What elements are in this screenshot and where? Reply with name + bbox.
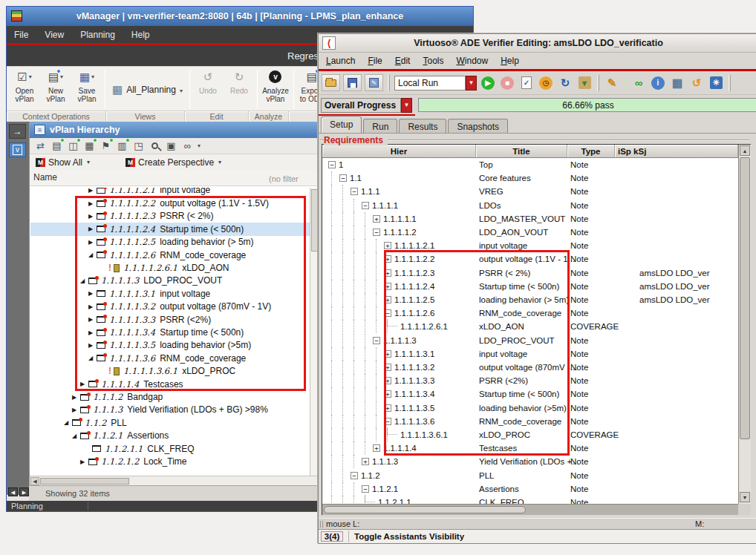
tab-run[interactable]: Run	[363, 119, 397, 134]
table-row[interactable]: +1.1.1.1.2.1input voltageNote	[322, 239, 738, 252]
spreadsheet-icon[interactable]: ▦	[669, 75, 685, 91]
expand-arrow-icon[interactable]: ▶	[88, 316, 97, 323]
table-row[interactable]: −1TopNote	[322, 158, 738, 171]
collapse-box-icon[interactable]: −	[362, 202, 369, 209]
expand-arrow-icon[interactable]: ▶	[88, 290, 97, 297]
tree-row[interactable]: ▶1.1.2.1.2Lock_Time	[30, 455, 310, 468]
save-vplan-button[interactable]: ▦▾ Save vPlan	[71, 68, 102, 111]
open-vplan-button[interactable]: ☑▾ Open vPlan	[9, 68, 40, 111]
tree-row[interactable]: ▶1.1.1.1.3.5loading behavior (>5m)	[30, 338, 310, 352]
menu-help[interactable]: Help	[501, 56, 519, 66]
tree-row[interactable]: ▶1.1.1.1.2.3PSRR (< 2%)	[30, 209, 310, 223]
table-header-row[interactable]: Hier Title Type iSp kSj	[322, 145, 738, 158]
table-row[interactable]: +1.1.1.3Yield Verifiation (LDOs +...Note	[322, 455, 738, 468]
tree-row[interactable]: ◢1.1.1.1.3.6RNM_code_coverage	[30, 352, 310, 365]
table-row[interactable]: +1.1.1.1.3.3PSRR (<2%)Note	[322, 374, 738, 387]
chevron-down-icon[interactable]: ▾	[60, 73, 63, 80]
tree-row[interactable]: ▶1.1.1.1.4Testcases	[30, 378, 310, 391]
expand-arrow-icon[interactable]: ▶	[72, 394, 80, 401]
scroll-down-arrow[interactable]: ▼	[740, 492, 750, 502]
table-row[interactable]: −1.1.1.1.2LDO_AON_VOUTNote	[322, 226, 738, 239]
collapse-box-icon[interactable]: −	[351, 472, 358, 479]
undo-button[interactable]: ↺ Undo	[192, 68, 224, 111]
table-row[interactable]: 1.1.2.1.1CLK_FREQNote	[322, 496, 738, 504]
expand-box-icon[interactable]: +	[384, 283, 391, 290]
table-row[interactable]: −1.1.1.1.3.6RNM_code_coverageNote	[322, 415, 738, 428]
menu-window[interactable]: Window	[456, 56, 488, 66]
search-icon[interactable]	[149, 139, 161, 152]
tree-row[interactable]: ▶1.1.1.1.3.3PSRR (<2%)	[30, 313, 310, 326]
tree-row[interactable]: ▶1.1.1.3Yield Verifiation (LDOs + BG) >9…	[30, 403, 310, 416]
collapse-box-icon[interactable]: −	[373, 229, 380, 236]
collapse-arrow-icon[interactable]: ◢	[88, 355, 97, 361]
tab-results[interactable]: Results	[399, 119, 446, 134]
link-assistant-icon[interactable]: ∞	[630, 75, 647, 91]
expand-box-icon[interactable]: +	[384, 296, 391, 303]
expand-arrow-icon[interactable]: ▶	[80, 459, 88, 465]
tree-row[interactable]: ▶1.1.1.1.2.4Startup time (< 500n)	[30, 223, 310, 236]
expand-arrow-icon[interactable]: ▶	[88, 213, 97, 220]
expand-arrow-icon[interactable]: ▶	[72, 407, 80, 413]
new-flag-icon[interactable]: ⚑	[100, 139, 112, 152]
planning-tab-label[interactable]: Planning	[11, 502, 43, 510]
table-row[interactable]: 1.1.1.1.2.6.1xLDO_AONCOVERAGE	[322, 320, 738, 333]
tree-row[interactable]: 1.1.2.1.1CLK_FREQ	[30, 442, 310, 456]
link-icon[interactable]: ∞	[181, 139, 194, 152]
tree-row[interactable]: ▶1.1.1.1.2.1input voltage	[30, 188, 310, 197]
tab-setup[interactable]: Setup	[321, 116, 362, 134]
column-header-hier[interactable]: Hier	[322, 145, 476, 157]
collapse-box-icon[interactable]: −	[351, 188, 358, 195]
expand-box-icon[interactable]: +	[384, 255, 391, 263]
table-row[interactable]: +1.1.1.1.3.5loading behavior (>5m)Note	[322, 401, 738, 415]
tree-row[interactable]: ▶1.1.1.1.2.5loading behavior (> 5m)	[30, 235, 310, 249]
progress-metric-selector[interactable]: Overall Progress ▼	[321, 98, 412, 113]
collapse-box-icon[interactable]: −	[328, 161, 336, 168]
tree-row[interactable]: ◢1.1.1.1.2.6RNM_code_coverage	[30, 249, 310, 262]
menu-edit[interactable]: Edit	[395, 56, 411, 66]
chevron-down-icon[interactable]: ▾	[29, 73, 32, 80]
expand-box-icon[interactable]: +	[384, 364, 391, 371]
tree-row[interactable]: ▶1.1.1.1.3.2output voltage (870mV - 1V)	[30, 300, 310, 313]
reload-icon[interactable]: ↻	[557, 75, 573, 91]
run-button[interactable]: ▶	[480, 75, 496, 91]
stop-button[interactable]: ■	[499, 75, 515, 91]
menu-launch[interactable]: Launch	[326, 56, 355, 66]
run-queue-icon[interactable]: ▼	[576, 75, 593, 91]
tree-row[interactable]: !1.1.1.1.2.6.1xLDO_AON	[30, 261, 310, 275]
name-column-header[interactable]: Name	[33, 172, 57, 183]
menu-planning[interactable]: Planning	[80, 30, 115, 40]
table-row[interactable]: −1.1.1.1LDOsNote	[322, 199, 738, 212]
expand-box-icon[interactable]: +	[384, 242, 391, 249]
table-row[interactable]: +1.1.1.1.3.4Startup time (< 500n)Note	[322, 387, 738, 401]
views-selector[interactable]: ▦ All_Planning ▾	[108, 68, 187, 111]
refresh-icon[interactable]: ⇄	[34, 139, 47, 152]
tree-row[interactable]: ◢1.1.1.1.3LDO_PROC_VOUT	[30, 274, 310, 287]
table-row[interactable]: +1.1.1.1.2.3PSRR (< 2%)NoteamsLDO LDO_ve…	[322, 266, 738, 280]
menu-file[interactable]: File	[14, 30, 28, 40]
column-header-title[interactable]: Title	[476, 145, 567, 157]
open-button[interactable]	[322, 74, 340, 91]
table-row[interactable]: −1.1.1.1.3LDO_PROC_VOUTNote	[322, 334, 738, 347]
table-row[interactable]: +1.1.1.1.3.1input voltageNote	[322, 347, 738, 361]
table-row[interactable]: +1.1.1.1.2.4Startup time (< 500n)Noteams…	[322, 280, 738, 293]
table-row[interactable]: −1.1.1.1.2.6RNM_code_coverageNote	[322, 306, 738, 320]
collapse-box-icon[interactable]: −	[339, 174, 347, 182]
tree-row[interactable]: ▶1.1.1.1.3.4Startup time (< 500n)	[30, 326, 310, 339]
run-mode-value[interactable]: Local Run	[394, 76, 466, 91]
tree-row[interactable]: ◢1.1.2PLL	[30, 416, 310, 430]
expand-arrow-icon[interactable]: ▶	[88, 303, 97, 310]
expand-box-icon[interactable]: +	[362, 458, 369, 465]
vmanager-titlebar[interactable]: vManager | vm-verifier-team2:8080 | 64b …	[7, 7, 473, 26]
new-section-icon[interactable]: ▤	[50, 139, 63, 152]
expand-panel-button[interactable]: →	[9, 124, 26, 139]
collapse-arrow-icon[interactable]: ◢	[80, 278, 88, 284]
tree-row[interactable]: ▶1.1.1.2Bandgap	[30, 390, 310, 404]
table-row[interactable]: +1.1.1.1.2.2output voltage (1.1V - 1...N…	[322, 252, 738, 266]
vplan-tab-button[interactable]: v	[9, 142, 26, 157]
open-window-icon[interactable]: ◳	[132, 139, 145, 152]
expand-arrow-icon[interactable]: ▶	[88, 239, 97, 246]
chevron-down-icon[interactable]: ▼	[401, 98, 412, 113]
menu-file[interactable]: File	[368, 56, 382, 66]
info-icon[interactable]: i	[650, 75, 666, 91]
expand-arrow-icon[interactable]: ▶	[80, 381, 88, 387]
